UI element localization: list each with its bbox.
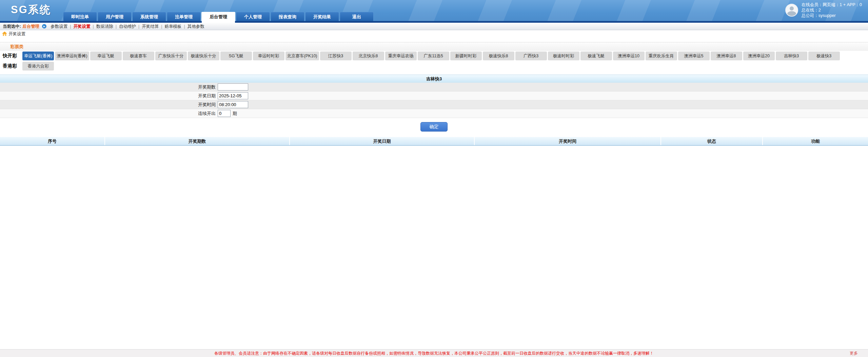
breadcrumb: 开奖设置 [0,30,868,38]
lottery-tab[interactable]: 澳洲幸运8 [711,52,742,60]
lottery-row-fast: 快开彩 幸运飞艇(番摊) 澳洲幸运8(番摊) 幸运飞艇 极速赛车 广东快乐十分 … [0,51,868,61]
total-online-text: 总在线：2 [802,7,862,13]
lottery-tab[interactable]: 极速赛车 [123,52,154,60]
more-link[interactable]: 更多 [850,350,858,357]
draw-settings-form: 开奖期数 开奖日期 开奖时间 连续开出 期 [0,83,868,118]
submit-area: 确定 [0,122,868,132]
consecutive-label: 连续开出 [0,111,218,117]
issue-input[interactable] [218,83,248,91]
app-logo: SG系统 [11,3,51,17]
lottery-tab[interactable]: 广西快3 [515,52,547,60]
col-header-date: 开奖日期 [290,137,475,145]
lottery-tab[interactable]: 江苏快3 [320,52,352,60]
lottery-tab[interactable]: 澳洲幸运10 [613,52,645,60]
lottery-tab[interactable]: 北京赛车(PK10) [285,52,319,60]
time-input[interactable] [218,101,248,108]
col-header-status: 状态 [661,137,763,145]
group-label-fast: 快开彩 [3,53,22,59]
lottery-tab[interactable]: 极速快乐十分 [188,52,219,60]
consecutive-input[interactable] [218,110,231,117]
date-input[interactable] [218,92,248,99]
current-selected-value: 后台管理 [22,23,39,30]
lottery-tab[interactable]: 极速时时彩 [548,52,579,60]
breadcrumb-label: 开奖设置 [8,30,25,38]
company-account-text: 总公司：sysupper [802,13,862,18]
form-row-consecutive: 连续开出 期 [0,109,868,118]
submenu-item-odds-template[interactable]: 赔率模板 [164,23,182,30]
lottery-section-label: 彩票类 [0,42,868,51]
app-header: SG系统 即时注单 用户管理 系统管理 注单管理 后台管理 个人管理 报表查询 … [0,0,868,21]
results-table-header: 序号 开奖期数 开奖日期 开奖时间 状态 功能 [0,137,868,146]
consecutive-suffix: 期 [233,111,237,117]
home-icon [2,32,7,36]
separator: | [161,23,162,30]
submenu-bar: 当前选中: 后台管理 ▶ 参数设置 | 开奖设置 | 数据清除 | 自动维护 |… [0,23,868,30]
submenu-item-other-parameters[interactable]: 其他参数 [187,23,205,30]
lottery-tab[interactable]: 极速快3 [808,52,840,60]
online-members-text: 在线会员：网页端：1 + APP：0 [802,2,862,7]
lottery-tab[interactable]: 幸运飞艇(番摊) [22,52,54,60]
go-arrow-icon: ▶ [42,24,46,28]
col-header-actions: 功能 [763,137,868,145]
lottery-tab[interactable]: SG飞艇 [220,52,252,60]
lottery-tab[interactable]: 极速快乐8 [483,52,514,60]
col-header-issue: 开奖期数 [105,137,290,145]
col-header-seq: 序号 [0,137,105,145]
nav-tab-report-query[interactable]: 报表查询 [271,12,304,21]
nav-tab-user-mgmt[interactable]: 用户管理 [98,12,132,21]
avatar-icon [785,4,798,17]
lottery-tab[interactable]: 广东快乐十分 [155,52,187,60]
lottery-tab[interactable]: 幸运时时彩 [253,52,284,60]
lottery-tab[interactable]: 幸运飞艇 [90,52,122,60]
current-selected-label: 当前选中: [3,23,21,30]
separator: | [93,23,94,30]
user-info-box: 在线会员：网页端：1 + APP：0 总在线：2 总公司：sysupper [785,2,862,18]
lottery-tab[interactable]: 广东11选5 [418,52,449,60]
form-row-date: 开奖日期 [0,92,868,100]
form-row-issue: 开奖期数 [0,83,868,92]
separator: | [138,23,139,30]
group-label-hk: 香港彩 [3,63,22,69]
date-label: 开奖日期 [0,93,218,99]
nav-tab-system-mgmt[interactable]: 系统管理 [132,12,166,21]
form-title: 吉林快3 [0,75,868,83]
lottery-tab[interactable]: 重庆幸运农场 [385,52,417,60]
nav-tab-order-mgmt[interactable]: 注单管理 [167,12,201,21]
submenu-item-data-clear[interactable]: 数据清除 [96,23,114,30]
submenu-item-auto-maintenance[interactable]: 自动维护 [118,23,137,30]
separator: | [184,23,185,30]
confirm-button[interactable]: 确定 [420,122,448,132]
lottery-tab[interactable]: 极速飞艇 [580,52,612,60]
nav-tab-draw-results[interactable]: 开奖结果 [305,12,339,21]
submenu-item-draw-settings[interactable]: 开奖设置 [73,23,91,30]
lottery-tab[interactable]: 澳洲幸运20 [743,52,775,60]
time-label: 开奖时间 [0,102,218,108]
submenu-item-draw-settlement[interactable]: 开奖结算 [141,23,159,30]
nav-tab-personal-mgmt[interactable]: 个人管理 [236,12,270,21]
issue-label: 开奖期数 [0,84,218,90]
lottery-tab[interactable]: 北京快乐8 [353,52,384,60]
lottery-tab[interactable]: 新疆时时彩 [450,52,482,60]
separator: | [116,23,117,30]
col-header-time: 开奖时间 [475,137,661,145]
main-nav: 即时注单 用户管理 系统管理 注单管理 后台管理 个人管理 报表查询 开奖结果 … [63,12,374,21]
footer-notice: 各级管理员、会员请注意：由于网络存在不确定因素，请各级对每日收盘后数据自行备份或… [214,351,654,356]
nav-tab-logout[interactable]: 退出 [340,12,374,21]
form-row-time: 开奖时间 [0,100,868,109]
nav-tab-backend-mgmt[interactable]: 后台管理 [201,12,235,21]
lottery-tab[interactable]: 重庆欢乐生肖 [646,52,677,60]
separator: | [70,23,71,30]
lottery-tab[interactable]: 澳洲幸运5 [678,52,710,60]
nav-tab-realtime-orders[interactable]: 即时注单 [63,12,97,21]
header-divider [0,21,868,23]
lottery-tab[interactable]: 吉林快3 [776,52,807,60]
lottery-row-hk: 香港彩 香港六合彩 [0,61,868,71]
footer-bar: 各级管理员、会员请注意：由于网络存在不确定因素，请各级对每日收盘后数据自行备份或… [0,349,868,357]
submenu-item-parameter-settings[interactable]: 参数设置 [50,23,68,30]
lottery-tab[interactable]: 澳洲幸运8(番摊) [55,52,89,60]
lottery-tab[interactable]: 香港六合彩 [22,62,54,71]
